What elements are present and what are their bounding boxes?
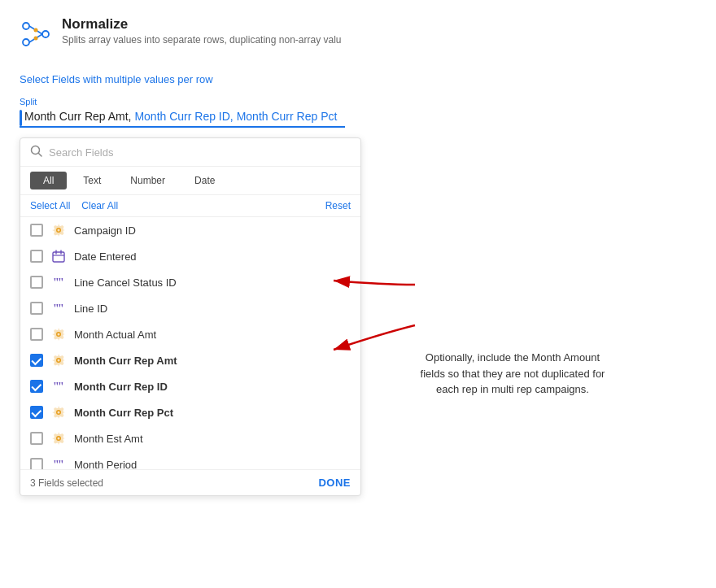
gear-icon xyxy=(51,431,66,446)
gear-icon xyxy=(51,353,66,368)
quote-icon: "" xyxy=(51,301,66,316)
field-name: Month Period xyxy=(74,459,137,470)
field-checkbox[interactable] xyxy=(30,354,43,367)
search-input[interactable] xyxy=(49,146,351,159)
field-name: Line Cancel Status ID xyxy=(74,277,177,289)
tab-text[interactable]: Text xyxy=(70,172,114,189)
quote-icon: "" xyxy=(51,457,66,469)
field-checkbox[interactable] xyxy=(30,224,43,237)
annotation-tooltip: Optionally, include the Month Amount fie… xyxy=(415,350,610,398)
split-value: Month Curr Rep Amt, Month Curr Rep ID, M… xyxy=(20,110,345,128)
gear-icon xyxy=(51,223,66,237)
field-name: Month Actual Amt xyxy=(74,329,156,341)
list-item[interactable]: ""Line ID xyxy=(20,295,360,321)
gear-icon xyxy=(51,327,66,342)
list-item[interactable]: ""Month Period xyxy=(20,451,360,469)
header-text: Normalize Splits array values into separ… xyxy=(62,16,342,46)
svg-point-1 xyxy=(23,39,29,46)
svg-rect-9 xyxy=(53,252,64,262)
svg-point-2 xyxy=(42,31,49,37)
list-item[interactable]: Campaign ID xyxy=(20,217,360,243)
filter-tabs: All Text Number Date xyxy=(20,167,360,195)
search-row xyxy=(20,138,360,167)
select-all-button[interactable]: Select All xyxy=(30,200,70,211)
field-name: Month Curr Rep ID xyxy=(74,381,168,393)
svg-text:": " xyxy=(58,459,64,469)
reset-button[interactable]: Reset xyxy=(325,200,351,211)
calendar-icon xyxy=(51,249,66,264)
header: Normalize Splits array values into separ… xyxy=(20,16,696,50)
clear-all-button[interactable]: Clear All xyxy=(81,200,118,211)
field-name: Campaign ID xyxy=(74,224,136,237)
split-label: Split xyxy=(20,97,696,107)
split-value-plain: Month Curr Rep Amt, xyxy=(20,110,134,123)
svg-text:": " xyxy=(58,303,64,315)
svg-text:": " xyxy=(58,381,64,393)
svg-point-6 xyxy=(34,37,38,41)
list-item[interactable]: Month Actual Amt xyxy=(20,321,360,347)
list-item[interactable]: Month Curr Rep Pct xyxy=(20,399,360,425)
page-subtitle: Splits array values into separate rows, … xyxy=(62,34,342,46)
search-icon xyxy=(30,145,42,159)
field-checkbox[interactable] xyxy=(30,276,43,289)
svg-line-8 xyxy=(39,154,42,157)
gear-icon xyxy=(51,405,66,420)
done-button[interactable]: DONE xyxy=(318,477,351,489)
field-name: Month Curr Rep Pct xyxy=(74,407,173,419)
list-item[interactable]: Date Entered xyxy=(20,243,360,269)
actions-row: Select All Clear All Reset xyxy=(20,195,360,217)
quote-icon: "" xyxy=(51,275,66,290)
dropdown-footer: 3 Fields selected DONE xyxy=(20,469,360,495)
list-item[interactable]: ""Line Cancel Status ID xyxy=(20,269,360,295)
field-name: Line ID xyxy=(74,303,107,315)
field-name: Month Curr Rep Amt xyxy=(74,355,177,367)
field-name: Date Entered xyxy=(74,250,137,263)
field-checkbox[interactable] xyxy=(30,406,43,419)
dropdown-panel: All Text Number Date Select All Clear Al… xyxy=(20,137,361,496)
list-item[interactable]: Month Curr Rep Amt xyxy=(20,347,360,373)
page-title: Normalize xyxy=(62,16,342,33)
list-item[interactable]: Month Est Amt xyxy=(20,425,360,451)
field-checkbox[interactable] xyxy=(30,380,43,393)
svg-text:": " xyxy=(58,277,64,289)
field-checkbox[interactable] xyxy=(30,250,43,263)
tab-number[interactable]: Number xyxy=(117,172,178,189)
svg-point-0 xyxy=(23,23,29,29)
svg-point-5 xyxy=(34,28,38,33)
split-value-blue: Month Curr Rep ID, Month Curr Rep Pct xyxy=(134,110,337,123)
field-checkbox[interactable] xyxy=(30,458,43,469)
field-name: Month Est Amt xyxy=(74,433,143,445)
footer-count: 3 Fields selected xyxy=(30,477,103,489)
tab-all[interactable]: All xyxy=(30,172,67,189)
field-checkbox[interactable] xyxy=(30,432,43,445)
quote-icon: "" xyxy=(51,379,66,394)
field-checkbox[interactable] xyxy=(30,302,43,315)
section-title: Select Fields with multiple values per r… xyxy=(20,73,696,85)
normalize-icon xyxy=(20,18,52,50)
tab-date[interactable]: Date xyxy=(181,172,228,189)
field-list: Campaign IDDate Entered""Line Cancel Sta… xyxy=(20,217,360,469)
field-checkbox[interactable] xyxy=(30,328,43,341)
list-item[interactable]: ""Month Curr Rep ID xyxy=(20,373,360,399)
